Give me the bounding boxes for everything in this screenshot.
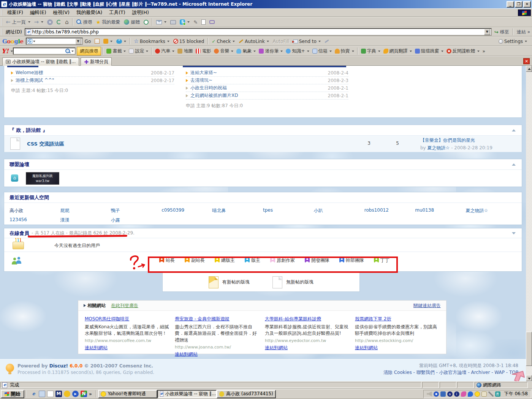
ad-visit-link[interactable]: 連結到網站 — [85, 345, 108, 350]
topic-link[interactable]: 小政生日時的祝福 — [190, 85, 328, 91]
topic-link[interactable]: 游標上傳測試 ^^" — [16, 77, 151, 84]
forum-link[interactable]: CSS 交流語法區 — [27, 141, 64, 147]
alert-tray-icon[interactable] — [461, 391, 466, 397]
user-link[interactable]: 夏之物語☆ — [466, 207, 516, 214]
user-link[interactable]: 屁屁 — [60, 207, 111, 214]
back-button[interactable]: ← 上一頁 — [4, 18, 32, 26]
yahoo-maps-button[interactable]: 地圖 — [176, 47, 194, 55]
user-link[interactable]: tpes — [263, 207, 314, 214]
collapse-icon[interactable] — [512, 232, 516, 234]
yahoo-auction-button[interactable]: 拍賣 — [333, 47, 356, 55]
volume-icon[interactable] — [427, 391, 432, 397]
yahoo-search-box[interactable] — [13, 48, 76, 55]
notes-button[interactable] — [200, 19, 207, 25]
google-search-input[interactable] — [35, 39, 75, 44]
yahoo-antispyware-button[interactable]: 反間諜軟體 — [445, 47, 481, 55]
forward-dropdown-icon[interactable] — [41, 21, 43, 23]
topic-link[interactable]: 之前網站被抓的圖片XD — [190, 92, 328, 99]
user-link[interactable]: robs10012 — [364, 207, 415, 214]
maximize-button[interactable]: ❐ — [515, 1, 522, 8]
n-logo-icon[interactable]: N — [81, 391, 87, 397]
topic-link[interactable]: 送給大家搭~ — [190, 70, 328, 76]
media-button[interactable]: 媒體 — [122, 18, 142, 26]
collapse-icon[interactable] — [512, 129, 516, 131]
address-dropdown-icon[interactable]: ▼ — [484, 29, 490, 35]
history-button[interactable] — [142, 19, 150, 25]
go-button[interactable]: ↪ 移至 — [492, 28, 511, 36]
yahoo-movies-button[interactable]: 電影 — [194, 47, 212, 55]
google-search-box[interactable]: G ▼ — [26, 38, 83, 45]
google-sendto-button[interactable]: Send to — [291, 38, 323, 45]
yahoo-settings-button[interactable]: 設定 — [127, 47, 150, 55]
edit-button[interactable]: ✎ — [192, 19, 200, 26]
yahoo-bookmarks-button[interactable]: 書籤 — [105, 47, 127, 55]
yahoo-search-input[interactable] — [15, 49, 65, 54]
address-field[interactable]: e ▼ — [25, 28, 492, 36]
user-link[interactable]: 小露 — [111, 217, 162, 223]
ad-title-link[interactable]: MOSOR馬仕得咖啡豆 — [85, 316, 171, 322]
google-spellcheck-button[interactable]: ✓Check — [210, 38, 237, 45]
ad-title-link[interactable]: 大學眼科-給你專業眼科診療 — [265, 316, 351, 322]
menu-file[interactable]: 檔案(F) — [4, 9, 27, 17]
i-tray-icon[interactable]: i — [454, 391, 459, 397]
ie-quicklaunch-icon[interactable]: e — [30, 391, 37, 397]
menu-grip[interactable] — [1, 10, 3, 16]
forward-button[interactable]: → — [32, 19, 46, 25]
google-settings-button[interactable]: Settings — [497, 38, 529, 45]
a-tray-icon[interactable]: a — [447, 391, 453, 397]
ad-title-link[interactable]: 股票網路下單 2折 — [355, 316, 441, 322]
google-addons-button[interactable] — [101, 38, 114, 44]
menu-view[interactable]: 檢視(V) — [50, 9, 73, 17]
tab-new[interactable]: ✚ 新增分頁 — [81, 57, 112, 66]
ad-title-link[interactable]: 喬安旅遊 - 金典中國新遊蹤 — [175, 316, 261, 322]
messenger-toolbar-button[interactable]: S — [178, 19, 192, 25]
address-grip[interactable] — [1, 28, 3, 35]
links-label[interactable]: 連結 » — [515, 28, 532, 36]
topic-link[interactable]: Welome游標 — [16, 70, 151, 76]
messenger-dropdown-icon[interactable] — [187, 21, 190, 23]
ime-icon[interactable]: 書 — [495, 391, 500, 397]
start-button[interactable]: 開始 — [1, 390, 24, 398]
yahoo-minipen-button[interactable]: 迷你筆 — [257, 47, 284, 55]
network-icon[interactable] — [440, 391, 446, 397]
google-popup-blocker-button[interactable]: 15 blocked — [171, 38, 206, 45]
discuss-button[interactable] — [207, 19, 217, 25]
minimize-button[interactable]: _ — [507, 1, 514, 8]
yahoo-dictionary-button[interactable]: 字典 — [359, 47, 382, 55]
user-link[interactable]: 鴨子 — [111, 207, 162, 214]
toolbar-grip[interactable] — [1, 18, 3, 26]
last-post-link[interactable]: 【音樂盒】你們是我的星光 — [420, 138, 475, 143]
google-autolink-button[interactable]: AutoLink — [237, 38, 271, 45]
yahoo-web-search-button[interactable]: 網頁搜尋 — [77, 47, 101, 55]
user-link[interactable]: c0950399 — [162, 207, 212, 214]
user-link[interactable]: 小趴 — [314, 207, 364, 214]
yahoo-cars-button[interactable]: 汽車 — [154, 47, 176, 55]
links-more-icon[interactable]: » — [527, 29, 530, 35]
pen-tray-icon[interactable] — [488, 391, 494, 397]
task-user-chat[interactable]: 高小政 (asd7374415) — [217, 390, 276, 398]
media-player-icon[interactable]: ▸ — [72, 391, 79, 397]
yahoo-mailbox-button[interactable]: 信箱 — [311, 47, 333, 55]
menu-edit[interactable]: 編輯(E) — [27, 9, 50, 17]
mail-dropdown-icon[interactable] — [164, 21, 166, 23]
keyword-ads-link[interactable]: 關鍵連結廣告 — [413, 302, 441, 309]
topic-link[interactable]: 去清境玩~ — [190, 77, 328, 84]
last-post-author[interactable]: 夏之物語☆ — [428, 145, 450, 150]
alliance-banner[interactable]: 魔獸私服列表 war3.tw — [26, 172, 59, 185]
publish-ad-link[interactable]: 在此刊登廣告 — [111, 302, 138, 309]
ad-visit-link[interactable]: 連結到網站 — [175, 352, 198, 357]
discuz-link[interactable]: Discuz! — [49, 363, 68, 369]
user-link[interactable]: 漢漢 — [60, 217, 111, 223]
dog-app-icon[interactable] — [64, 391, 70, 397]
m-app-icon[interactable]: M — [55, 391, 62, 397]
smiley-tray-icon[interactable] — [475, 391, 480, 397]
google-go-button[interactable]: Go — [83, 38, 93, 45]
home-link-icon[interactable]: ⌂ — [11, 174, 18, 182]
notepad-quicklaunch-icon[interactable] — [47, 391, 54, 397]
scroll-up-icon[interactable] — [526, 66, 532, 72]
ad-visit-link[interactable]: 連結到網站 — [355, 345, 378, 350]
yahoo-overflow-button[interactable]: » — [481, 48, 487, 55]
google-combo-dropdown-icon[interactable]: ▼ — [75, 38, 81, 44]
home-button[interactable]: ⌂ — [63, 19, 71, 26]
stop-button[interactable]: ✕ — [45, 19, 55, 26]
